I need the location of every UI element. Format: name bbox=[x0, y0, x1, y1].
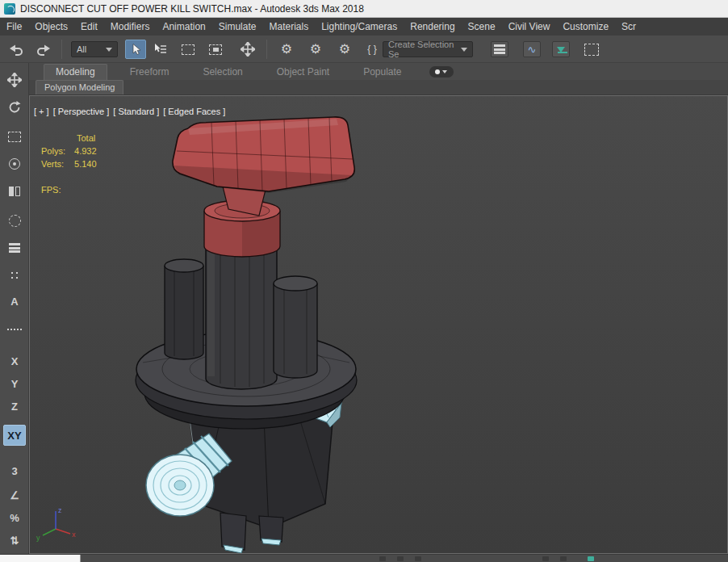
select-and-place-tool[interactable] bbox=[3, 153, 26, 174]
statusbar-icon[interactable] bbox=[560, 556, 567, 561]
spinner-snap-toggle[interactable]: ⇅ bbox=[3, 530, 26, 551]
gear-icon: ⚙ bbox=[310, 43, 321, 56]
download-arrow-icon bbox=[552, 41, 570, 57]
select-and-move-tool[interactable] bbox=[3, 69, 26, 90]
menu-scripting-truncated[interactable]: Scr bbox=[615, 18, 642, 36]
viewport-plus-menu[interactable]: [ + ] bbox=[34, 107, 49, 116]
title-bar: DISCONNECT CUT OFF POWER KILL SWITCH.max… bbox=[0, 0, 728, 18]
menu-edit[interactable]: Edit bbox=[74, 18, 104, 36]
mirror-tool[interactable] bbox=[3, 181, 26, 202]
dashed-circle-icon bbox=[9, 215, 21, 227]
rotate-icon bbox=[7, 100, 22, 115]
select-and-move-button[interactable] bbox=[237, 40, 258, 59]
named-selection-value: Create Selection Se bbox=[388, 40, 461, 59]
rectangular-selection-region-button[interactable] bbox=[178, 40, 199, 59]
ribbon-minimize-button[interactable] bbox=[429, 66, 454, 78]
chevron-down-icon bbox=[461, 48, 467, 52]
menu-lighting-cameras[interactable]: Lighting/Cameras bbox=[315, 18, 404, 36]
manipulate-gear-button-2[interactable]: ⚙ bbox=[305, 40, 326, 59]
layers-icon bbox=[494, 44, 505, 54]
tab-selection[interactable]: Selection bbox=[191, 65, 253, 80]
model-red-handle[interactable] bbox=[173, 117, 354, 193]
menu-file[interactable]: File bbox=[0, 18, 28, 36]
redo-button[interactable] bbox=[32, 40, 53, 59]
move-icon bbox=[7, 73, 22, 87]
render-setup-button[interactable] bbox=[581, 40, 602, 59]
menu-objects[interactable]: Objects bbox=[28, 18, 74, 36]
3dsmax-window: DISCONNECT CUT OFF POWER KILL SWITCH.max… bbox=[0, 0, 728, 562]
keyboard-shortcut-override-button[interactable]: { } bbox=[362, 40, 383, 59]
tab-polygon-modeling[interactable]: Polygon Modeling bbox=[36, 80, 123, 94]
tab-populate[interactable]: Populate bbox=[352, 65, 412, 80]
snaps-toggle-3d[interactable]: 3 bbox=[3, 460, 26, 481]
menu-scene[interactable]: Scene bbox=[462, 18, 502, 36]
tab-modeling[interactable]: Modeling bbox=[44, 64, 107, 80]
named-selection-set-dropdown[interactable]: Create Selection Se bbox=[383, 41, 473, 57]
dotted-frame-icon bbox=[584, 44, 599, 56]
selection-filter-dropdown[interactable]: All bbox=[71, 41, 118, 57]
curve-editor-button[interactable]: ∿ bbox=[521, 40, 542, 59]
menu-materials[interactable]: Materials bbox=[262, 18, 315, 36]
viewport-edged-faces-menu[interactable]: [ Edged Faces ] bbox=[163, 107, 225, 116]
menu-customize[interactable]: Customize bbox=[556, 18, 615, 36]
mirror-icon bbox=[9, 187, 20, 196]
world-axis-tripod: x y z bbox=[36, 506, 76, 542]
percent-snap-toggle[interactable]: % bbox=[3, 507, 26, 528]
menu-civil-view[interactable]: Civil View bbox=[502, 18, 557, 36]
ribbon-tab-bar: Modeling Freeform Selection Object Paint… bbox=[29, 63, 728, 80]
perspective-viewport[interactable]: [ + ] [ Perspective ] [ Standard ] [ Edg… bbox=[29, 95, 728, 554]
angle-snap-toggle[interactable]: ∠ bbox=[3, 484, 26, 505]
move-icon bbox=[241, 42, 255, 57]
tab-freeform[interactable]: Freeform bbox=[119, 65, 181, 80]
restrict-z-button[interactable]: Z bbox=[3, 396, 26, 417]
toolbar-separator bbox=[266, 40, 267, 59]
measure-tool[interactable] bbox=[3, 318, 26, 339]
main-toolbar: All bbox=[0, 36, 728, 63]
restrict-x-button[interactable]: X bbox=[3, 350, 26, 371]
menu-animation[interactable]: Animation bbox=[156, 18, 211, 36]
statusbar-icon[interactable] bbox=[542, 556, 549, 561]
statusbar-icon[interactable] bbox=[379, 556, 386, 561]
app-icon-3dsmax bbox=[4, 3, 15, 15]
model-cylinder-right[interactable] bbox=[274, 276, 317, 378]
menu-rendering[interactable]: Rendering bbox=[404, 18, 461, 36]
viewport-label-bar: [ + ] [ Perspective ] [ Standard ] [ Edg… bbox=[34, 107, 225, 116]
grid-snap-tool[interactable] bbox=[3, 265, 26, 286]
viewport-shading-menu[interactable]: [ Standard ] bbox=[113, 107, 159, 116]
model-3d-kill-switch[interactable]: x y z bbox=[30, 96, 728, 554]
model-cylinder-left[interactable] bbox=[165, 259, 203, 359]
maxscript-mini-listener[interactable] bbox=[0, 555, 81, 562]
selection-filter-value: All bbox=[77, 44, 86, 54]
schematic-view-button[interactable] bbox=[550, 40, 571, 59]
select-and-rotate-tool[interactable] bbox=[3, 97, 26, 118]
polys-value: 4.932 bbox=[74, 146, 97, 156]
menu-simulate[interactable]: Simulate bbox=[212, 18, 263, 36]
circle-region-tool[interactable] bbox=[3, 210, 26, 231]
select-object-button[interactable] bbox=[125, 40, 146, 59]
manipulate-gear-button-1[interactable]: ⚙ bbox=[276, 40, 297, 59]
statusbar-icon-teal[interactable] bbox=[588, 556, 594, 561]
axis-y-glyph: y bbox=[36, 534, 40, 542]
statusbar-icon[interactable] bbox=[415, 556, 421, 561]
menu-modifiers[interactable]: Modifiers bbox=[104, 18, 157, 36]
rect-region-tool[interactable] bbox=[3, 126, 26, 147]
select-by-name-icon bbox=[153, 43, 167, 56]
tab-object-paint[interactable]: Object Paint bbox=[266, 65, 341, 80]
ribbon-dot-icon bbox=[435, 69, 440, 74]
align-tool[interactable] bbox=[3, 237, 26, 258]
left-toolbar: A X Y Z XY 3 ∠ % bbox=[0, 63, 29, 554]
toolbar-separator bbox=[61, 40, 62, 59]
viewport-pov-menu[interactable]: [ Perspective ] bbox=[53, 107, 110, 116]
window-crossing-toggle-button[interactable] bbox=[205, 40, 226, 59]
braces-icon: { } bbox=[367, 44, 376, 55]
manipulate-gear-button-3[interactable]: ⚙ bbox=[334, 40, 355, 59]
restrict-xy-plane-button[interactable]: XY bbox=[3, 425, 26, 446]
select-by-name-button[interactable] bbox=[149, 40, 170, 59]
restrict-y-button[interactable]: Y bbox=[3, 373, 26, 394]
stats-verts-row: Verts: 5.140 bbox=[41, 157, 97, 170]
autogrid-toggle[interactable]: A bbox=[3, 291, 26, 312]
snap-3d-label: 3 bbox=[11, 465, 17, 477]
layer-manager-button[interactable] bbox=[489, 40, 510, 59]
undo-button[interactable] bbox=[6, 40, 27, 59]
statusbar-icon[interactable] bbox=[397, 556, 404, 561]
